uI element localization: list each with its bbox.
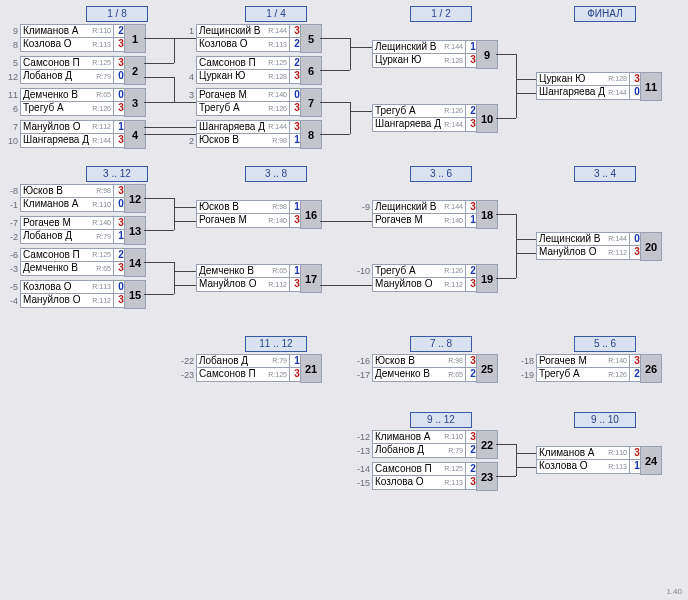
seed: -23 [178,368,194,382]
player-row: Климанов АR:1100 [20,198,129,212]
match-number: 15 [124,280,146,309]
player-name: Шангаряева ДR:144 [536,86,630,100]
seed: 6 [2,102,18,116]
bracket-connector [516,214,517,278]
player-row: Климанов АR:1103 [536,446,645,460]
match-number: 10 [476,104,498,133]
player-name: Самсонов ПR:125 [372,462,466,476]
seed: -2 [2,230,18,244]
player-name: Мануйлов ОR:112 [196,278,290,292]
match: -18Рогачев МR:1403-19Трегуб АR:126226 [536,354,645,382]
match-number: 18 [476,200,498,229]
player-row: Лобанов ДR:791 [20,230,129,244]
match-number: 9 [476,40,498,69]
bracket-connector [350,111,372,112]
bracket-connector [144,134,196,135]
seed: -5 [2,280,18,294]
match: Самсонов ПR:12524Цуркан ЮR:12836 [196,56,305,84]
rating: R:140 [444,215,463,227]
player-row: Демченко ВR:650 [20,88,129,102]
player-row: Шангаряева ДR:1443 [372,118,481,132]
bracket-connector [516,467,536,468]
match-number: 8 [300,120,322,149]
bracket-connector [350,102,351,134]
round-header: ФИНАЛ [574,6,636,22]
round-header: 7 .. 8 [410,336,472,352]
rating: R:110 [444,431,463,443]
match: Цуркан ЮR:1283Шангаряева ДR:144011 [536,72,645,100]
player-name: Юсков ВR:98 [196,134,290,148]
player-row: Рогачев МR:1401 [372,214,481,228]
seed: -19 [518,368,534,382]
seed: -8 [2,184,18,198]
bracket-connector [174,77,175,102]
seed: -22 [178,354,194,368]
match: Шангаряева ДR:14432Юсков ВR:9818 [196,120,305,148]
match: Демченко ВR:651Мануйлов ОR:112317 [196,264,305,292]
rating: R:112 [268,279,287,291]
player-row: Козлова ОR:1131 [536,460,645,474]
match-number: 6 [300,56,322,85]
player-name: Юсков ВR:98 [372,354,466,368]
seed: -3 [2,262,18,276]
seed: -13 [354,444,370,458]
rating: R:125 [92,249,111,261]
seed: -9 [354,200,370,214]
round-header: 1 / 8 [86,6,148,22]
bracket-connector [516,444,517,476]
player-row: Самсонов ПR:1252 [20,248,129,262]
match-number: 13 [124,216,146,245]
player-name: Лобанов ДR:79 [20,230,114,244]
rating: R:140 [268,89,287,101]
match: -9Лещинский ВR:1443Рогачев МR:140118 [372,200,481,228]
player-row: Мануйлов ОR:1123 [372,278,481,292]
match-number: 23 [476,462,498,491]
player-row: Козлова ОR:1133 [372,476,481,490]
match-number: 24 [640,446,662,475]
player-name: Рогачев МR:140 [536,354,630,368]
player-name: Самсонов ПR:125 [196,56,290,70]
player-name: Козлова ОR:113 [20,280,114,294]
rating: R:126 [268,103,287,115]
player-row: Самсонов ПR:1252 [196,56,305,70]
player-name: Лещинский ВR:144 [372,200,466,214]
rating: R:113 [92,39,111,51]
player-name: Козлова ОR:113 [372,476,466,490]
seed: 3 [178,88,194,102]
player-name: Козлова ОR:113 [196,38,290,52]
rating: R:128 [608,73,627,85]
player-name: Юсков ВR:98 [196,200,290,214]
player-name: Мануйлов ОR:112 [20,120,114,134]
player-name: Трегуб АR:126 [372,264,466,278]
seed: 9 [2,24,18,38]
match: -22Лобанов ДR:791-23Самсонов ПR:125321 [196,354,305,382]
player-name: Шангаряева ДR:144 [196,120,290,134]
seed: -15 [354,476,370,490]
rating: R:79 [448,445,463,457]
player-row: Лещинский ВR:1440 [536,232,645,246]
match: 5Самсонов ПR:125312Лобанов ДR:7902 [20,56,129,84]
bracket-connector [516,93,536,94]
bracket-connector [174,262,175,294]
round-header: 3 .. 4 [574,166,636,182]
player-row: Рогачев МR:1403 [20,216,129,230]
bracket-connector [174,198,175,230]
rating: R:144 [608,87,627,99]
player-name: Самсонов ПR:125 [196,368,290,382]
player-name: Трегуб АR:126 [196,102,290,116]
seed: 10 [2,134,18,148]
match-number: 5 [300,24,322,53]
bracket-connector [516,239,536,240]
rating: R:126 [608,369,627,381]
match-number: 11 [640,72,662,101]
rating: R:112 [608,247,627,259]
player-row: Мануйлов ОR:1123 [196,278,305,292]
rating: R:65 [96,89,111,101]
rating: R:112 [444,279,463,291]
bracket-connector [320,221,372,222]
bracket-connector [320,70,350,71]
rating: R:128 [268,71,287,83]
match: -12Климанов АR:1103-13Лобанов ДR:79222 [372,430,481,458]
bracket-connector [174,271,196,272]
rating: R:125 [268,57,287,69]
